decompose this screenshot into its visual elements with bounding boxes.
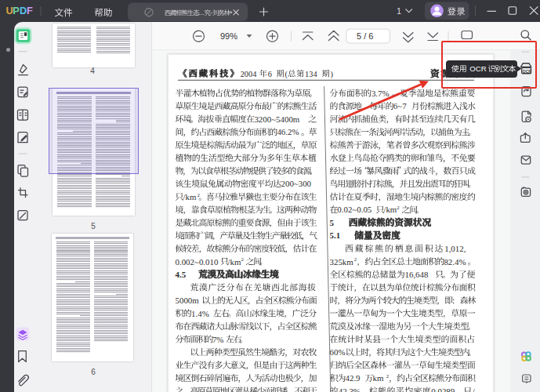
svg-text:-: - [210, 9, 212, 16]
svg-text:...: ... [199, 9, 205, 16]
svg-text:*: * [230, 9, 233, 17]
